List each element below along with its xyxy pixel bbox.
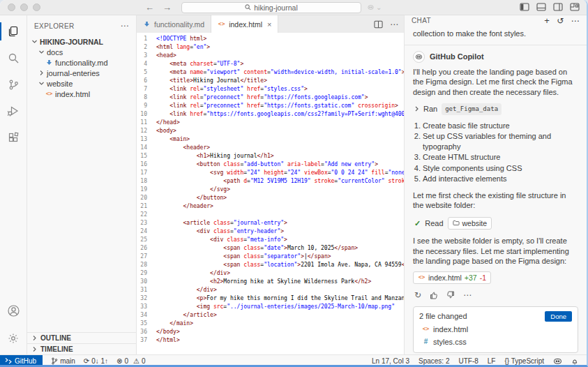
ran-label: Ran — [423, 104, 437, 114]
code-line[interactable]: 14 <header> — [137, 144, 404, 152]
problems-indicator[interactable]: ⊗ 0 ⚠ 0 — [116, 357, 145, 365]
code-line[interactable]: 2<html lang="en"> — [137, 43, 404, 52]
status-lf[interactable]: LF — [488, 357, 496, 365]
copilot-status-icon[interactable] — [553, 357, 562, 365]
code-line[interactable]: 29 </div> — [137, 269, 404, 278]
status-typescript[interactable]: {} TypeScript — [504, 357, 544, 365]
done-button[interactable]: Done — [545, 311, 572, 322]
tree-item-journal-enteries[interactable]: journal-enteries — [27, 68, 136, 78]
back-button[interactable]: ← — [145, 2, 154, 13]
code-line[interactable]: 7 <link rel="stylesheet" href="styles.cs… — [137, 85, 404, 93]
code-line[interactable]: 30 <h2>Morning hike at Skyline Wildernes… — [137, 278, 404, 286]
copilot-titlebar-button[interactable]: ⌄ — [367, 3, 382, 11]
thumbs-down-icon[interactable] — [446, 291, 455, 299]
code-line[interactable]: 23 <article class="journal-entry"> — [137, 219, 404, 227]
code-line[interactable]: 34 </article> — [137, 311, 404, 320]
split-editor-icon[interactable] — [374, 20, 383, 29]
toggle-sidebar-icon[interactable] — [520, 3, 529, 11]
run-debug-activity-icon[interactable] — [0, 99, 27, 123]
changed-file-index.html[interactable]: <>index.html — [419, 324, 572, 336]
code-line[interactable]: 19 </svg> — [137, 186, 404, 194]
code-line[interactable]: 33 <img src="../journal-enteries/images/… — [137, 303, 404, 311]
code-line[interactable]: 32 <p>For my hike this morning I did the… — [137, 294, 404, 303]
close-tab-icon[interactable]: × — [267, 20, 271, 29]
explorer-more-actions[interactable]: ⋯ — [121, 21, 129, 31]
line-number: 28 — [137, 261, 156, 269]
code-line[interactable]: 21 </header> — [137, 202, 404, 211]
code-line[interactable]: 11</head> — [137, 119, 404, 127]
status-utf-8[interactable]: UTF-8 — [458, 357, 478, 365]
code-line[interactable]: 28 <span class="location">2201 Imola Ave… — [137, 261, 404, 269]
extensions-activity-icon[interactable] — [0, 126, 27, 149]
code-line[interactable]: 5 <meta name="viewport" content="width=d… — [137, 68, 404, 77]
toggle-secondary-sidebar-icon[interactable] — [553, 3, 563, 11]
tab-functionality.md[interactable]: functionality.md — [137, 15, 211, 33]
tree-item-docs[interactable]: docs — [27, 47, 136, 57]
tree-item-functionality.md[interactable]: functionality.md — [27, 57, 136, 68]
maximize-window-icon[interactable] — [33, 3, 40, 11]
code-line[interactable]: 36</body> — [137, 328, 404, 336]
tree-item-website[interactable]: website — [27, 78, 136, 89]
branch-indicator[interactable]: main — [51, 357, 75, 365]
index-html-change-chip[interactable]: <> index.html +37 -1 — [413, 271, 491, 285]
window-controls[interactable] — [0, 3, 49, 11]
code-line[interactable]: 16 <button class="add-button" aria-label… — [137, 160, 404, 169]
tool-run-row[interactable]: Ran get_Figma_data — [414, 103, 578, 115]
code-line[interactable]: 22 — [137, 211, 404, 219]
tree-item-hiking-journal[interactable]: HIKING-JOURNAL — [27, 36, 136, 47]
code-line[interactable]: 4 <meta charset="UTF-8"> — [137, 60, 404, 68]
lines-added: +37 — [465, 273, 477, 283]
status-ln-17-col-3[interactable]: Ln 17, Col 3 — [372, 357, 409, 365]
command-center-search[interactable]: hiking-journal — [181, 2, 361, 13]
toggle-panel-icon[interactable] — [536, 3, 546, 11]
code-editor[interactable]: 1<!DOCTYPE html>2<html lang="en">3<head>… — [137, 33, 404, 354]
sync-indicator[interactable]: ⟳ 0↓ 1↑ — [84, 357, 108, 365]
search-activity-icon[interactable] — [0, 46, 27, 70]
tab-index.html[interactable]: <>index.html× — [211, 15, 278, 33]
plan-step: Add interactive elements — [423, 174, 578, 184]
editor-more-actions[interactable]: ⋯ — [390, 20, 398, 29]
code-line[interactable]: 24 <div class="entry-header"> — [137, 227, 404, 236]
new-chat-icon[interactable]: + — [544, 15, 550, 26]
sidebar-panel-outline[interactable]: OUTLINE — [27, 332, 136, 343]
feedback-more-icon[interactable]: ⋯ — [463, 290, 472, 301]
account-icon[interactable] — [0, 299, 27, 322]
code-line[interactable]: 26 <span class="date">March 10, 2025</sp… — [137, 244, 404, 253]
tool-name-chip[interactable]: get_Figma_data — [442, 103, 502, 115]
code-line[interactable]: 37</html> — [137, 336, 404, 345]
code-line[interactable]: 9 <link rel="preconnect" href="https://f… — [137, 102, 404, 110]
chat-more-icon[interactable]: ⋯ — [571, 16, 580, 26]
code-line[interactable]: 6 <title>Hiking Journal</title> — [137, 77, 404, 85]
bell-icon[interactable] — [571, 357, 578, 365]
code-line[interactable]: 13 <main> — [137, 135, 404, 144]
thumbs-up-icon[interactable] — [430, 291, 438, 299]
code-line[interactable]: 35 </main> — [137, 320, 404, 328]
tree-item-index.html[interactable]: <>index.html — [27, 89, 136, 99]
customize-layout-icon[interactable] — [570, 3, 580, 11]
regenerate-icon[interactable]: ↻ — [414, 290, 421, 301]
status-spaces-2[interactable]: Spaces: 2 — [419, 357, 449, 365]
code-line[interactable]: 1<!DOCTYPE html> — [137, 35, 404, 43]
changed-file-styles.css[interactable]: #styles.css — [419, 336, 572, 348]
website-folder-chip[interactable]: website — [448, 217, 492, 230]
close-window-icon[interactable] — [8, 3, 15, 11]
sidebar-panel-timeline[interactable]: TIMELINE — [27, 343, 136, 354]
code-line[interactable]: 27 <span class="separator">|</span> — [137, 253, 404, 261]
code-line[interactable]: 3<head> — [137, 52, 404, 60]
settings-gear-icon[interactable] — [0, 327, 27, 350]
forward-button[interactable]: → — [163, 2, 172, 13]
code-line[interactable]: 18 <path d="M12 5V19M5 12H19" stroke="cu… — [137, 177, 404, 186]
chat-history-icon[interactable]: ↺ — [557, 16, 564, 26]
code-line[interactable]: 31 </div> — [137, 286, 404, 294]
explorer-activity-icon[interactable] — [0, 20, 27, 43]
minimize-window-icon[interactable] — [20, 3, 28, 11]
code-line[interactable]: 12<body> — [137, 127, 404, 135]
code-line[interactable]: 15 <h1>Hiking journal</h1> — [137, 152, 404, 160]
code-line[interactable]: 17 <svg width="24" height="24" viewBox="… — [137, 169, 404, 177]
code-line[interactable]: 8 <link rel="preconnect" href="https://f… — [137, 93, 404, 102]
code-line[interactable]: 10 <link href="https://fonts.googleapis.… — [137, 110, 404, 119]
code-line[interactable]: 20 </button> — [137, 194, 404, 202]
code-line[interactable]: 25 <div class="meta-info"> — [137, 236, 404, 244]
remote-indicator[interactable]: GitHub — [0, 355, 43, 367]
source-control-activity-icon[interactable] — [0, 73, 27, 96]
